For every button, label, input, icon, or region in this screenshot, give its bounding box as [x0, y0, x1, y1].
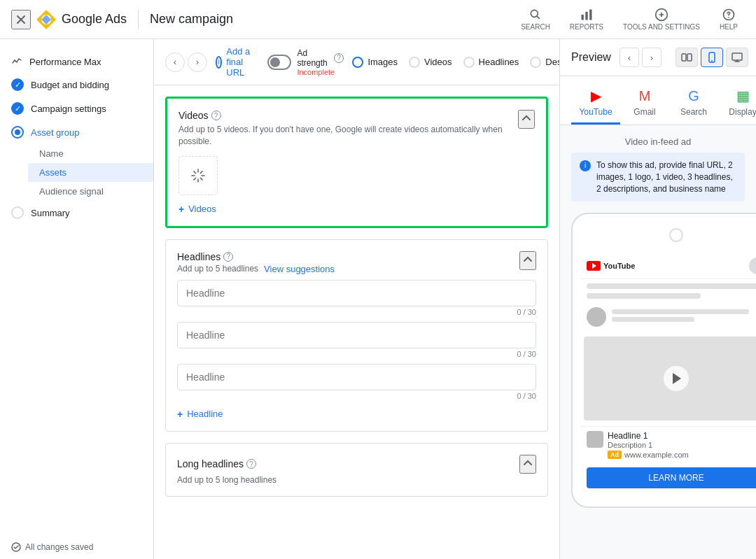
search-nav-button[interactable]: SEARCH [514, 5, 557, 34]
sidebar-item-assets[interactable]: Assets [28, 163, 153, 182]
preview-next-button[interactable]: › [642, 48, 662, 67]
close-button[interactable] [11, 10, 31, 29]
ad-url: www.example.com [624, 451, 689, 459]
preview-header: Preview ‹ › [560, 39, 756, 76]
google-ads-logo: Google Ads [36, 10, 127, 29]
ad-strength-label: Ad strength ? [297, 48, 344, 68]
long-headlines-title: Long headlines ? [177, 458, 256, 469]
tab-display[interactable]: ▦ Display [718, 82, 756, 125]
long-headlines-header: Long headlines ? [177, 455, 536, 474]
ad-strength-toggle[interactable] [267, 55, 291, 70]
videos-section-header: Videos ? Add up to 5 videos. If you don'… [178, 110, 535, 148]
headlines-section: Headlines ? Add up to 5 headlines View s… [165, 239, 548, 432]
long-headlines-help-icon[interactable]: ? [246, 459, 256, 469]
asset-options: Images Videos Headlines Descriptions [352, 57, 560, 68]
long-headlines-collapse-button[interactable] [519, 455, 536, 474]
preview-desktop-view-button[interactable] [726, 48, 748, 67]
headline-2-char-count: 0 / 30 [177, 350, 536, 358]
sidebar: Performance Max Budget and bidding Campa… [0, 39, 154, 559]
svg-point-11 [711, 60, 713, 62]
phone-mockup: YouTube ⋮ [571, 213, 756, 508]
headlines-help-icon[interactable]: ? [223, 252, 233, 262]
chevron-up-icon [521, 113, 532, 124]
reports-nav-button[interactable]: REPORTS [563, 5, 610, 34]
all-changes-saved: All changes saved [11, 542, 93, 552]
chevron-up-icon-3 [522, 458, 533, 469]
yt-avatar [749, 257, 756, 274]
video-meta [612, 309, 749, 325]
next-arrow-button[interactable]: › [188, 52, 207, 72]
main-layout: Performance Max Budget and bidding Campa… [0, 39, 756, 559]
meta-line-1 [612, 309, 749, 314]
preview-split-view-button[interactable] [676, 48, 698, 67]
add-final-url-button[interactable]: i Add a final URL [216, 46, 251, 78]
images-radio[interactable] [352, 57, 363, 68]
display-icon: ▦ [736, 87, 750, 104]
help-nav-button[interactable]: HELP [713, 5, 745, 34]
svg-rect-3 [585, 12, 587, 20]
tab-youtube[interactable]: ▶ YouTube [571, 82, 620, 125]
videos-radio[interactable] [409, 57, 420, 68]
sidebar-item-audience-signal[interactable]: Audience signal [28, 182, 153, 201]
prev-arrow-button[interactable]: ‹ [165, 52, 185, 72]
mobile-view-icon [706, 52, 718, 63]
video-placeholder[interactable] [178, 156, 218, 195]
headlines-meta-row: Add up to 5 headlines View suggestions [177, 264, 335, 274]
asset-group-subnav: Name Assets Audience signal [0, 144, 153, 201]
preview-mobile-view-button[interactable] [701, 48, 723, 67]
yt-logo: YouTube [587, 261, 635, 271]
headline-input-3[interactable] [177, 364, 536, 390]
sidebar-item-campaign-settings[interactable]: Campaign settings [0, 97, 153, 120]
headlines-section-header: Headlines ? Add up to 5 headlines View s… [177, 251, 536, 274]
svg-rect-8 [682, 54, 686, 61]
headline-input-1[interactable] [177, 280, 536, 306]
headlines-radio[interactable] [463, 57, 475, 68]
tab-gmail[interactable]: M Gmail [620, 83, 669, 125]
headlines-title-area: Headlines ? Add up to 5 headlines View s… [177, 251, 335, 274]
videos-collapse-button[interactable] [518, 110, 535, 129]
learn-more-button[interactable]: LEARN MORE [587, 467, 756, 488]
svg-rect-12 [732, 53, 742, 60]
tab-search[interactable]: G Search [669, 83, 718, 125]
ad-strength-area: Ad strength ? Incomplete [267, 48, 344, 76]
url-info-icon: i [216, 56, 222, 69]
view-suggestions-button[interactable]: View suggestions [264, 264, 335, 274]
headlines-section-title: Headlines ? [177, 251, 335, 262]
svg-rect-9 [687, 54, 692, 61]
ad-url-row: Ad www.example.com [608, 451, 750, 459]
sidebar-item-asset-group[interactable]: Asset group [0, 120, 153, 144]
sidebar-item-performance-max[interactable]: Performance Max [0, 50, 153, 73]
plus-icon: + [178, 204, 184, 215]
add-videos-button[interactable]: + Videos [178, 204, 535, 215]
svg-rect-4 [589, 10, 592, 20]
videos-section-desc: Add up to 5 videos. If you don't have on… [178, 124, 518, 148]
desktop-view-icon [732, 52, 743, 63]
preview-prev-button[interactable]: ‹ [620, 48, 639, 67]
headline-input-1-wrap: 0 / 30 [177, 280, 536, 316]
grey-bar-2 [587, 293, 701, 299]
page-title: New campaign [150, 12, 233, 27]
headlines-collapse-button[interactable] [519, 251, 536, 270]
videos-help-icon[interactable]: ? [211, 111, 221, 120]
descriptions-radio[interactable] [530, 57, 541, 68]
sidebar-item-budget[interactable]: Budget and bidding [0, 73, 153, 97]
headline-input-3-wrap: 0 / 30 [177, 364, 536, 400]
ad-description: Description 1 [608, 441, 750, 449]
add-headline-button[interactable]: + Headline [177, 409, 536, 420]
google-search-icon: G [688, 88, 699, 104]
plus-icon-2: + [177, 409, 183, 420]
videos-option: Videos [409, 57, 452, 68]
ad-strength-help-icon[interactable]: ? [334, 53, 344, 63]
channel-avatar [587, 307, 606, 327]
sidebar-item-name[interactable]: Name [28, 144, 153, 163]
ad-strength-info: Ad strength ? Incomplete [297, 48, 344, 76]
headline-1-char-count: 0 / 30 [177, 308, 536, 316]
headline-input-2[interactable] [177, 322, 536, 348]
info-icon: i [580, 160, 591, 171]
sidebar-item-summary[interactable]: Summary [0, 201, 153, 225]
app-title: Google Ads [62, 12, 127, 27]
play-button[interactable] [664, 366, 689, 391]
ad-headline: Headline 1 [608, 431, 750, 441]
asset-group-status-icon [11, 126, 24, 139]
tools-nav-button[interactable]: TOOLS AND SETTINGS [616, 5, 707, 34]
